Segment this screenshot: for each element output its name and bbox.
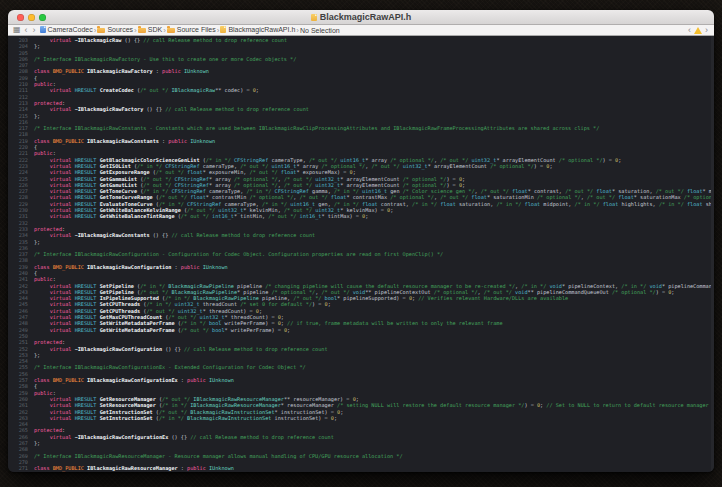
zoom-button[interactable] [39,14,46,21]
code-text: /* Interface IBlackmagicRawConfiguration… [34,251,443,257]
breadcrumb-label: CameraCodec [48,26,93,33]
code-text: virtual ~IBlackmagicRawConfiguration () … [34,346,328,352]
folder-icon [138,28,146,33]
code-text: }; [34,113,40,119]
code-text: }; [34,239,40,245]
code-text: class BMD_PUBLIC IBlackmagicRawConfigura… [34,264,228,270]
code-text: virtual HRESULT SetInstructionSet (/* in… [34,415,337,421]
breadcrumb-label: BlackmagicRawAPI.h [228,26,295,33]
window-titlebar[interactable]: BlackmagicRawAPI.h [8,10,714,25]
back-button[interactable]: ‹ [24,26,29,35]
code-text: virtual HRESULT CreateCodec (/* out */ I… [34,87,259,93]
traffic-lights [17,14,46,21]
minimize-button[interactable] [28,14,35,21]
code-text: /* Interface IBlackmagicRawResourceManag… [34,453,403,459]
code-text: virtual HRESULT GetWriteMetadataPerFrame… [34,327,290,333]
breadcrumb-items: CameraCodec›Sources›SDK›Source Files›Bla… [40,26,340,35]
previous-issue-button[interactable]: ‹ [687,26,692,35]
code-text: virtual ~IBlackmagicRawFactory () {} // … [34,106,309,112]
close-button[interactable] [17,14,24,21]
code-text: class BMD_PUBLIC IBlackmagicRawConstants… [34,138,215,144]
related-items-grid-icon[interactable]: ▦ [13,26,21,34]
code-text: }; [34,43,40,49]
issue-navigator: ‹ › [687,26,709,35]
code-text: virtual ~IBlackmagicRawConstants () {} /… [34,232,315,238]
breadcrumb-label: Sources [107,26,133,33]
code-text: { [34,471,37,472]
breadcrumb-item[interactable]: SDK [138,26,162,33]
code-text: }; [34,440,40,446]
jump-bar: ▦ ‹ › CameraCodec›Sources›SDK›Source Fil… [8,25,714,36]
code-text: virtual ~IBlackmagicRawConfigurationEx (… [34,434,334,440]
breadcrumb-item[interactable]: BlackmagicRawAPI.h [220,26,295,33]
header-file-icon [220,26,226,33]
source-editor[interactable]: 203 virtual ~IBlackmagicRaw () {} // cal… [8,36,714,472]
code-text: virtual HRESULT GetWhiteBalanceTintRange… [34,213,368,219]
code-line[interactable]: 272{ [8,471,714,472]
window-title: BlackmagicRawAPI.h [311,12,412,22]
code-text: virtual ~IBlackmagicRaw () {} // call Re… [34,37,287,43]
xcode-editor-window: BlackmagicRawAPI.h ▦ ‹ › CameraCodec›Sou… [8,10,714,472]
document-proxy-icon[interactable] [311,14,317,21]
breadcrumb-label: No Selection [300,27,340,34]
project-file-icon [40,26,46,33]
code-text: /* Interface IBlackmagicRawConfiguration… [34,364,306,370]
breadcrumb-label: SDK [148,26,162,33]
next-issue-button[interactable]: › [704,26,709,35]
code-text: /* Interface IBlackmagicRawConstants - C… [34,125,599,131]
breadcrumb: ▦ ‹ › CameraCodec›Sources›SDK›Source Fil… [13,26,687,35]
code-text: class BMD_PUBLIC IBlackmagicRawFactory :… [34,68,209,74]
folder-icon [167,28,175,33]
warning-triangle-icon[interactable] [694,27,702,34]
folder-icon [97,28,105,33]
forward-button[interactable]: › [32,26,37,35]
breadcrumb-label: Source Files [177,26,216,33]
line-number[interactable]: 272 [8,471,34,472]
code-text: /* Interface IBlackmagicRawFactory - Use… [34,56,296,62]
breadcrumb-item[interactable]: Sources [97,26,133,33]
window-title-text: BlackmagicRawAPI.h [320,12,412,22]
code-text: class BMD_PUBLIC IBlackmagicRawResourceM… [34,465,234,471]
breadcrumb-item[interactable]: CameraCodec [40,26,93,33]
code-text: }; [34,352,40,358]
code-text: class BMD_PUBLIC IBlackmagicRawConfigura… [34,377,234,383]
breadcrumb-item[interactable]: Source Files [167,26,216,33]
breadcrumb-item[interactable]: No Selection [300,27,340,34]
